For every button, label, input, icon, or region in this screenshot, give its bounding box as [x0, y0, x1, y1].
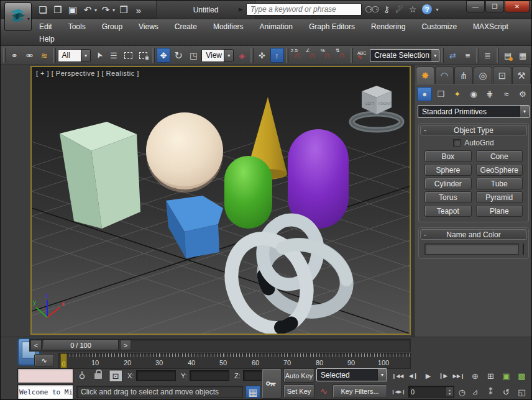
select-and-scale-icon[interactable]: ◳ [186, 48, 200, 63]
tab-create[interactable]: ✸ [416, 66, 434, 84]
close-button[interactable]: ✕ [505, 1, 530, 12]
rectangular-selection-region-icon[interactable] [122, 48, 135, 63]
render-setup-icon[interactable]: ▤ [501, 48, 515, 63]
x-coordinate-field[interactable] [136, 370, 176, 381]
help-button[interactable]: ? [422, 4, 432, 14]
category-geometry[interactable]: ● [417, 87, 432, 101]
autogrid-checkbox[interactable] [453, 139, 461, 147]
menu-customize[interactable]: Customize [421, 22, 457, 31]
object-type-header[interactable]: - Object Type [420, 125, 527, 135]
category-shapes[interactable]: ❒ [433, 87, 448, 101]
cone-button[interactable]: Cone [476, 150, 523, 162]
use-pivot-center-icon[interactable]: ◈ [235, 48, 249, 63]
edit-named-selection-sets-icon[interactable]: ABC✎ [355, 48, 369, 63]
selection-lock-icon[interactable] [94, 373, 102, 379]
undo-button[interactable]: ↶ [81, 3, 94, 17]
open-file-button[interactable]: ❒ [52, 3, 64, 17]
capsule-green-object[interactable] [224, 156, 272, 229]
collapse-icon[interactable]: - [421, 126, 429, 135]
go-to-start-button[interactable]: ❙◀◀ [391, 370, 405, 382]
field-of-view-button[interactable]: ⊿ [469, 386, 482, 398]
menu-help[interactable]: Help [39, 35, 55, 43]
open-mini-curve-editor-button[interactable]: ∿ [34, 354, 54, 366]
isolate-selection-bulb-icon[interactable]: ⚲ [76, 370, 88, 381]
menu-animation[interactable]: Animation [260, 22, 293, 31]
menu-tools[interactable]: Tools [68, 22, 86, 31]
maximize-button[interactable]: ❐ [485, 1, 504, 12]
reference-coordinate-dropdown[interactable]: View ▾ [201, 49, 234, 62]
current-frame-field[interactable]: 0 ▴▾ [408, 386, 454, 398]
menu-views[interactable]: Views [139, 22, 158, 31]
next-frame-arrow[interactable]: > [120, 340, 131, 350]
name-color-header[interactable]: - Name and Color [420, 229, 527, 240]
orbit-button[interactable]: ↺ [500, 386, 513, 398]
chevron-down-icon[interactable]: ▾ [377, 369, 387, 381]
zoom-button[interactable]: ⊕ [469, 370, 482, 382]
new-scene-button[interactable]: ❏ [37, 3, 49, 17]
frame-spinner[interactable]: ▴▾ [446, 387, 453, 396]
redo-button[interactable]: ↷ [99, 3, 112, 17]
maxscript-listener-pink[interactable] [17, 368, 73, 383]
category-lights[interactable]: ✦ [450, 87, 465, 101]
select-object-icon[interactable]: ➤ [89, 46, 108, 65]
box-button[interactable]: Box [424, 150, 472, 162]
geosphere-button[interactable]: GeoSphere [476, 164, 523, 176]
unlink-selection-icon[interactable]: ⚮ [22, 48, 36, 63]
redo-dropdown-icon[interactable]: ▾ [112, 7, 115, 13]
search-icon[interactable]: ⚆⚆ [365, 4, 378, 14]
snap-toggle-25-icon[interactable]: 2.5∩ [290, 48, 304, 63]
key-filters-button[interactable]: Key Filters... [332, 384, 387, 398]
favorites-star-icon[interactable]: ☆ [409, 4, 417, 14]
save-file-button[interactable]: ▣ [66, 3, 79, 17]
sphere-button[interactable]: Sphere [424, 164, 472, 176]
chevron-down-icon[interactable]: ▾ [81, 50, 90, 61]
zoom-extents-all-button[interactable]: ▩ [515, 370, 528, 382]
previous-frame-button[interactable]: ◀❙ [406, 370, 421, 382]
communication-center-icon[interactable]: ☄ [395, 4, 403, 14]
percent-snap-toggle-icon[interactable]: %∩ [320, 48, 334, 63]
toolbar-overflow-button[interactable]: » [132, 3, 145, 17]
spinner-down-icon[interactable]: ▾ [449, 392, 451, 396]
menu-maxscript[interactable]: MAXScript [473, 22, 508, 31]
help-dropdown-icon[interactable]: ▾ [436, 7, 438, 12]
keyboard-shortcut-override-icon[interactable]: ↑ [270, 48, 284, 63]
cylinder-button[interactable]: Cylinder [424, 178, 472, 189]
menu-group[interactable]: Group [102, 22, 122, 31]
application-menu-button[interactable]: ▾ [4, 2, 32, 31]
named-selection-set-dropdown[interactable]: Create Selection Se ▾ [370, 49, 439, 62]
chevron-down-icon[interactable]: ▾ [431, 50, 439, 61]
menu-rendering[interactable]: Rendering [371, 22, 405, 31]
sign-in-key-icon[interactable]: ⚷ [383, 4, 390, 14]
key-mode-dropdown[interactable]: Selected ▾ [316, 368, 387, 381]
flyout-arrow-icon[interactable]: ▶ [239, 6, 243, 12]
tab-motion[interactable]: ◎ [474, 66, 492, 84]
collapse-icon[interactable]: - [421, 230, 429, 239]
key-mode-toggle-button[interactable]: ❙◀▶❙ [391, 386, 406, 398]
perspective-viewport[interactable]: LEFT FRONT z x y [ + ] [ Perspective ] [… [30, 66, 411, 335]
previous-frame-arrow[interactable]: < [30, 340, 42, 350]
select-and-rotate-icon[interactable]: ↻ [172, 48, 185, 63]
menu-edit[interactable]: Edit [39, 22, 52, 31]
select-by-name-icon[interactable]: ☰ [107, 48, 121, 63]
time-slider-track[interactable]: < 0 / 100 > [29, 339, 411, 352]
next-frame-button[interactable]: ❙▶ [436, 370, 451, 382]
chevron-down-icon[interactable]: ▾ [224, 50, 233, 61]
menu-graph-editors[interactable]: Graph Editors [309, 22, 355, 31]
capsule-purple-object[interactable] [288, 129, 349, 229]
maximize-viewport-toggle-button[interactable]: ◱ [515, 386, 528, 398]
set-keys-button[interactable]: ⚷ [262, 368, 282, 399]
select-and-link-icon[interactable]: ⚭ [7, 48, 21, 63]
grid-toggle-icon[interactable]: ▦ [245, 386, 260, 398]
auto-key-button[interactable]: Auto Key [283, 368, 314, 383]
viewport-label[interactable]: [ + ] [ Perspective ] [ Realistic ] [36, 70, 139, 77]
play-button[interactable]: ▶ [422, 370, 434, 382]
object-name-field[interactable] [424, 243, 519, 255]
walk-through-button[interactable]: ⁑ [484, 386, 497, 398]
category-space-warps[interactable]: ≈ [498, 87, 513, 101]
project-workspace-button[interactable]: ❐ [117, 3, 130, 17]
tab-display[interactable]: ⊡ [493, 66, 511, 84]
angle-snap-toggle-icon[interactable]: ∠∩ [305, 48, 319, 63]
bind-to-space-warp-icon[interactable]: ≋ [37, 48, 51, 63]
minimize-button[interactable]: — [466, 1, 485, 12]
pyramid-button[interactable]: Pyramid [476, 191, 523, 203]
